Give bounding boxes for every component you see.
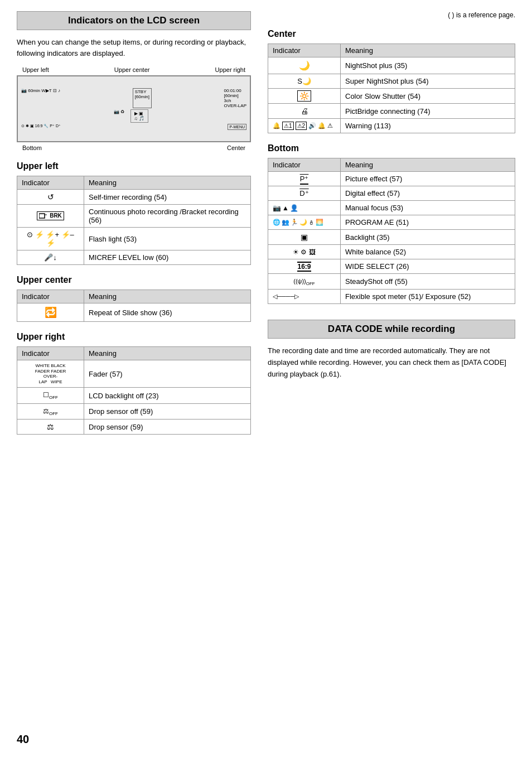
indicator-cell: 🌙 <box>268 57 341 74</box>
indicator-cell: 🔔⚠1 ⚠2 🔊🔔⚠ <box>268 119 341 133</box>
pictbridge-icon: 🖨 <box>301 107 308 115</box>
lcd-mid-left: 📷 ♻ <box>114 109 124 123</box>
meaning-cell: PROGRAM AE (51) <box>341 215 515 230</box>
lcd-bottom-row: ⊙ ✱ ▣ 16:9 🔧 P⁺ D⁺ P-MENU <box>18 123 250 131</box>
lcd-bottom-labels: Bottom Center <box>17 144 251 151</box>
indicator-cell: 🔁 <box>17 303 84 322</box>
lcd-top-left-icons: 📷 60min W▶T ⊡ ♪ <box>21 88 60 108</box>
meaning-cell: Continuous photo recording /Bracket reco… <box>84 205 251 228</box>
table-row: ☐OFF LCD backlight off (23) <box>17 388 251 403</box>
lcd-diagram: Upper left Upper center Upper right 📷 60… <box>17 66 251 151</box>
micref-icon: 🎤↓ <box>44 253 57 262</box>
nightshot-plus-icon: 🌙 <box>299 61 310 70</box>
exposure-bar-icon: ◁────▷ <box>273 293 336 300</box>
indicator-cell: ⊙ ⚡ ⚡+ ⚡–⚡ <box>17 228 84 250</box>
center-table: Indicator Meaning 🌙 NightShot plus (35) … <box>268 44 515 133</box>
meaning-cell: PictBridge connecting (74) <box>341 104 515 119</box>
col-meaning-uc: Meaning <box>84 290 251 303</box>
label-upper-center: Upper center <box>114 66 150 73</box>
program-ae-icons: 🌐👥🏃 🌙🕯🌅 <box>273 219 336 226</box>
bottom-table: Indicator Meaning P⁺ Picture effect (57)… <box>268 158 515 304</box>
bottom-title: Bottom <box>268 143 515 153</box>
col-meaning-c: Meaning <box>341 44 515 57</box>
table-row: P⁺ Picture effect (57) <box>268 172 515 186</box>
meaning-cell: Flexible spot meter (51)/ Exposure (52) <box>341 290 515 304</box>
lcd-screen: 📷 60min W▶T ⊡ ♪ STBY[60min] 00:01:00[60m… <box>17 75 251 142</box>
indicator-cell: D⁺ <box>268 186 341 201</box>
upper-center-title: Upper center <box>17 275 251 285</box>
meaning-cell: WIDE SELECT (26) <box>341 259 515 274</box>
col-meaning-ul: Meaning <box>84 176 251 190</box>
indicator-cell: ▣ <box>268 230 341 245</box>
upper-left-table: Indicator Meaning ↺ Self-timer recording… <box>17 176 251 265</box>
indicator-cell: ◁────▷ <box>268 290 341 304</box>
lcd-top-right-icons: 00:01:00[60min]3chOVER-LAP <box>224 88 246 108</box>
lcd-top-labels: Upper left Upper center Upper right <box>17 66 251 73</box>
upper-left-title: Upper left <box>17 161 251 171</box>
meaning-cell: NightShot plus (35) <box>341 57 515 74</box>
lcd-backlight-icon: ☐OFF <box>43 391 58 399</box>
table-row: ⊙ ⚡ ⚡+ ⚡–⚡ Flash light (53) <box>17 228 251 250</box>
indicator-cell: ⚖OFF <box>17 403 84 419</box>
meaning-cell: Digital effect (57) <box>341 186 515 201</box>
table-row: BRK Continuous photo recording /Bracket … <box>17 205 251 228</box>
indicator-cell: ⚖ <box>17 420 84 435</box>
table-row: 🔆 Color Slow Shutter (54) <box>268 89 515 104</box>
upper-center-table: Indicator Meaning 🔁 Repeat of Slide show… <box>17 290 251 322</box>
label-upper-left: Upper left <box>22 66 49 73</box>
label-center: Center <box>227 144 245 151</box>
digital-effect-icon: D⁺ <box>299 189 308 197</box>
indicator-cell: BRK <box>17 205 84 228</box>
col-indicator-uc: Indicator <box>17 290 84 303</box>
table-row: 📷▲👤 Manual focus (53) <box>268 201 515 215</box>
flash-icons: ⊙ ⚡ ⚡+ ⚡–⚡ <box>27 230 74 247</box>
white-balance-icons: ☀ ⚙ 🖼 <box>293 248 316 256</box>
indicator-cell: 🔆 <box>268 89 341 104</box>
col-indicator-b: Indicator <box>268 158 341 172</box>
table-row: ((ψ))OFF SteadyShot off (55) <box>268 274 515 290</box>
wide-select-icon: 16:9 <box>297 262 311 272</box>
indicator-cell: 16:9 <box>268 259 341 274</box>
fader-icon: WHITE BLACKFADER FADEROVER-LAP WIPE <box>22 363 79 384</box>
col-meaning-ur: Meaning <box>84 347 251 360</box>
meaning-cell: Flash light (53) <box>84 228 251 250</box>
indicator-cell: ☐OFF <box>17 388 84 403</box>
lcd-top-center-icons: STBY[60min] <box>133 88 152 108</box>
backlight-icon: ▣ <box>301 233 308 242</box>
meaning-cell: Warning (113) <box>341 119 515 133</box>
meaning-cell: Color Slow Shutter (54) <box>341 89 515 104</box>
lcd-middle-row: 📷 ♻ ▶ ▣♫ 🎵 <box>114 109 153 123</box>
meaning-cell: SteadyShot off (55) <box>341 274 515 290</box>
meaning-cell: Drop sensor (59) <box>84 420 251 435</box>
col-meaning-b: Meaning <box>341 158 515 172</box>
table-row: ⚖OFF Drop sensor off (59) <box>17 403 251 419</box>
lcd-mid-center: ▶ ▣♫ 🎵 <box>130 109 148 123</box>
meaning-cell: Fader (57) <box>84 360 251 388</box>
center-title: Center <box>268 29 515 39</box>
indicator-cell: 🖨 <box>268 104 341 119</box>
table-row: 🖨 PictBridge connecting (74) <box>268 104 515 119</box>
reference-note: ( ) is a reference page. <box>268 11 515 19</box>
meaning-cell: Super NightShot plus (54) <box>341 74 515 89</box>
table-row: 🌙 NightShot plus (35) <box>268 57 515 74</box>
table-row: ◁────▷ Flexible spot meter (51)/ Exposur… <box>268 290 515 304</box>
main-title: Indicators on the LCD screen <box>17 11 251 30</box>
table-row: D⁺ Digital effect (57) <box>268 186 515 201</box>
brk-icon: BRK <box>37 211 64 220</box>
meaning-cell: Picture effect (57) <box>341 172 515 186</box>
table-row: 🌐👥🏃 🌙🕯🌅 PROGRAM AE (51) <box>268 215 515 230</box>
table-row: ☀ ⚙ 🖼 White balance (52) <box>268 245 515 259</box>
table-row: ⚖ Drop sensor (59) <box>17 420 251 435</box>
indicator-cell: WHITE BLACKFADER FADEROVER-LAP WIPE <box>17 360 84 388</box>
right-column: ( ) is a reference page. Center Indicato… <box>268 11 515 439</box>
drop-sensor-off-icon: ⚖OFF <box>43 407 58 415</box>
table-row: ↺ Self-timer recording (54) <box>17 190 251 205</box>
meaning-cell: MICREF LEVEL low (60) <box>84 250 251 265</box>
drop-sensor-icon: ⚖ <box>47 422 54 431</box>
lcd-top-row: 📷 60min W▶T ⊡ ♪ STBY[60min] 00:01:00[60m… <box>18 87 250 109</box>
meaning-cell: LCD backlight off (23) <box>84 388 251 403</box>
svg-rect-0 <box>39 214 45 218</box>
table-row: 🔔⚠1 ⚠2 🔊🔔⚠ Warning (113) <box>268 119 515 133</box>
indicator-cell: P⁺ <box>268 172 341 186</box>
manual-focus-icons: 📷▲👤 <box>273 204 336 212</box>
